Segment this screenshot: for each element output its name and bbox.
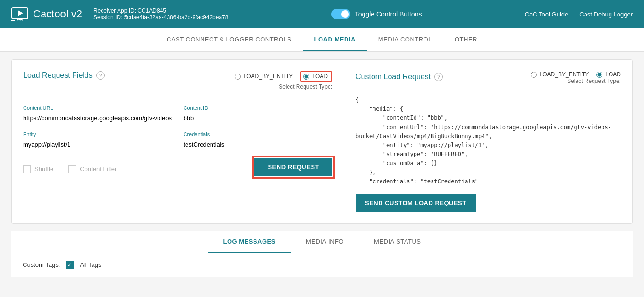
entity-label: Entity (23, 132, 172, 137)
tab-load-media[interactable]: LOAD MEDIA (303, 28, 366, 51)
entity-field: Entity (23, 132, 172, 150)
main-nav: CAST CONNECT & LOGGER CONTROLS LOAD MEDI… (0, 28, 644, 52)
custom-radio-load[interactable] (596, 72, 602, 78)
content-id-input[interactable] (184, 113, 333, 124)
load-request-radio-group: LOAD_BY_ENTITY LOAD (235, 71, 332, 82)
all-tags-label: All Tags (80, 261, 101, 268)
shuffle-checkbox-label[interactable]: Shuffle (23, 165, 53, 173)
load-request-panel: Load Request Fields ? LOAD_BY_ENTITY LOA… (23, 71, 344, 212)
logo-text: Cactool v2 (33, 8, 82, 20)
content-url-row: Content URL Content ID (23, 105, 332, 124)
all-tags-checkbox[interactable]: ✓ (66, 261, 74, 269)
entity-input[interactable] (23, 139, 172, 150)
load-media-card: Load Request Fields ? LOAD_BY_ENTITY LOA… (11, 59, 633, 224)
main-content: Load Request Fields ? LOAD_BY_ENTITY LOA… (0, 52, 644, 284)
checkboxes-row: Shuffle Content Filter (23, 165, 117, 173)
tab-media-status[interactable]: MEDIA STATUS (359, 231, 436, 253)
shuffle-label: Shuffle (34, 165, 53, 173)
entity-credentials-row: Entity Credentials (23, 132, 332, 150)
radio-load[interactable] (303, 74, 309, 80)
receiver-app-id: Receiver App ID: CC1AD845 (93, 8, 229, 14)
session-id: Session ID: 5cdae4fa-32aa-4386-ba2c-9fac… (93, 14, 229, 21)
select-request-type-label: Select Request Type: (235, 83, 332, 90)
svg-marker-1 (18, 10, 23, 16)
toggle-label: Toggle Control Buttons (355, 10, 422, 18)
credentials-field: Credentials (184, 132, 333, 150)
content-url-input[interactable] (23, 113, 172, 124)
tab-log-messages[interactable]: LOG MESSAGES (208, 231, 290, 253)
send-request-button[interactable]: SEND REQUEST (254, 158, 332, 176)
credentials-input[interactable] (184, 139, 333, 150)
custom-load-header: Custom Load Request ? LOAD_BY_ENTITY LOA… (356, 71, 621, 92)
toggle-switch[interactable] (331, 9, 350, 19)
toggle-area: Toggle Control Buttons (331, 9, 422, 19)
custom-radio-load-by-entity[interactable] (531, 72, 537, 78)
cac-tool-guide-link[interactable]: CaC Tool Guide (525, 11, 568, 18)
credentials-label: Credentials (184, 132, 333, 137)
tab-media-control[interactable]: MEDIA CONTROL (367, 28, 443, 51)
radio-load-by-entity-label[interactable]: LOAD_BY_ENTITY (235, 73, 293, 80)
custom-select-request-type-label: Select Request Type: (531, 78, 621, 84)
radio-load-label[interactable]: LOAD (300, 71, 332, 82)
content-id-label: Content ID (184, 105, 333, 111)
custom-tags-label: Custom Tags: (23, 261, 60, 268)
content-url-label: Content URL (23, 105, 172, 111)
json-display: { "media": { "contentId": "bbb", "conten… (356, 96, 621, 186)
custom-radio-load-label[interactable]: LOAD (596, 71, 621, 78)
load-request-title: Load Request Fields ? (23, 71, 105, 80)
custom-tags-bar: Custom Tags: ✓ All Tags (11, 253, 633, 277)
shuffle-checkbox[interactable] (23, 165, 31, 173)
radio-load-by-entity[interactable] (235, 74, 241, 80)
custom-load-help-icon[interactable]: ? (434, 73, 443, 81)
logo: Cactool v2 (11, 7, 82, 21)
custom-load-radio-group: LOAD_BY_ENTITY LOAD (531, 71, 621, 78)
tab-other[interactable]: OTHER (443, 28, 489, 51)
tab-cast-connect[interactable]: CAST CONNECT & LOGGER CONTROLS (155, 28, 303, 51)
app-header: Cactool v2 Receiver App ID: CC1AD845 Ses… (0, 0, 644, 28)
logo-icon (11, 7, 28, 21)
header-links: CaC Tool Guide Cast Debug Logger (525, 11, 633, 18)
content-url-field: Content URL (23, 105, 172, 124)
bottom-nav: LOG MESSAGES MEDIA INFO MEDIA STATUS (11, 231, 633, 253)
cast-debug-logger-link[interactable]: Cast Debug Logger (579, 11, 633, 18)
content-id-field: Content ID (184, 105, 333, 124)
tab-media-info[interactable]: MEDIA INFO (291, 231, 359, 253)
custom-radio-load-by-entity-label[interactable]: LOAD_BY_ENTITY (531, 71, 589, 78)
content-filter-checkbox-label[interactable]: Content Filter (68, 165, 117, 173)
load-request-help-icon[interactable]: ? (96, 71, 105, 80)
send-custom-load-request-button[interactable]: SEND CUSTOM LOAD REQUEST (356, 194, 476, 212)
custom-load-panel: Custom Load Request ? LOAD_BY_ENTITY LOA… (344, 71, 621, 212)
content-filter-label: Content Filter (80, 165, 117, 173)
content-filter-checkbox[interactable] (68, 165, 76, 173)
custom-load-title: Custom Load Request ? (356, 73, 443, 81)
app-info: Receiver App ID: CC1AD845 Session ID: 5c… (93, 8, 229, 21)
